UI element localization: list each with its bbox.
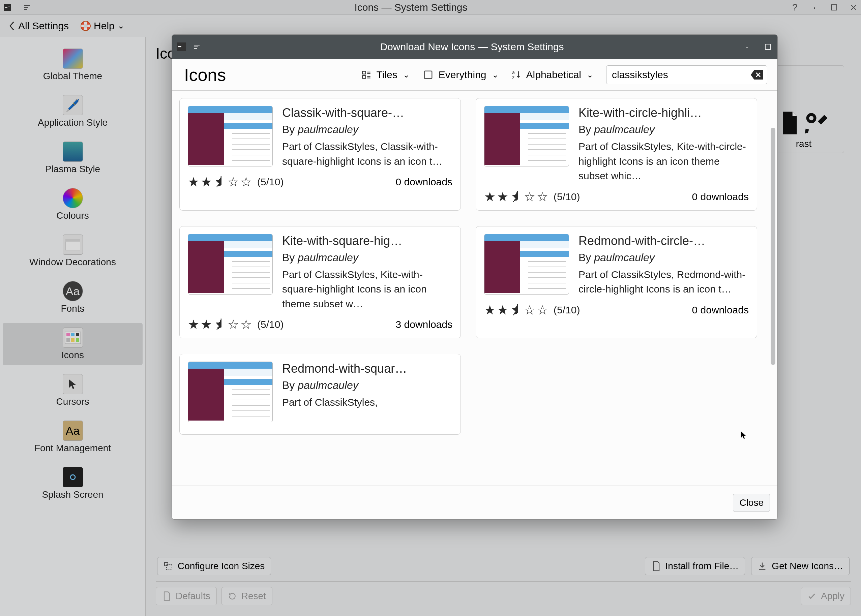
result-description: Part of ClassikStyles,	[282, 395, 452, 410]
star-icons: ★★⯨☆☆	[484, 189, 549, 204]
result-author: By paulmcauley	[282, 123, 452, 136]
result-downloads: 0 downloads	[692, 304, 749, 316]
result-author: By paulmcauley	[579, 251, 749, 264]
svg-rect-24	[765, 44, 771, 50]
sort-dropdown[interactable]: az Alphabetical ⌄	[512, 68, 594, 82]
close-label: Close	[739, 497, 763, 508]
dialog-minimize-icon[interactable]: ·	[742, 42, 752, 52]
result-title: Redmond-with-circle-…	[579, 234, 749, 248]
result-thumbnail	[188, 234, 273, 294]
result-downloads: 3 downloads	[396, 319, 452, 330]
result-downloads: 0 downloads	[396, 176, 452, 188]
rating-value: (5/10)	[554, 191, 580, 203]
dialog-toolbar: Icons Tiles ⌄ Everything ⌄ az Alphabetic…	[172, 59, 778, 91]
dialog-results-area: Classik-with-square-… By paulmcauley Par…	[172, 91, 778, 486]
result-card[interactable]: Classik-with-square-… By paulmcauley Par…	[179, 98, 461, 211]
result-title: Kite-with-circle-highli…	[579, 106, 749, 120]
svg-rect-25	[362, 71, 365, 74]
tiles-icon	[362, 70, 371, 80]
results-grid[interactable]: Classik-with-square-… By paulmcauley Par…	[179, 98, 765, 482]
result-thumbnail	[188, 106, 273, 167]
search-input[interactable]	[612, 69, 749, 80]
star-icons: ★★⯨☆☆	[484, 303, 549, 317]
result-rating: ★★⯨☆☆ (5/10)	[484, 303, 580, 317]
dialog-menu-icon[interactable]	[192, 42, 201, 52]
result-card[interactable]: Kite-with-square-hig… By paulmcauley Par…	[179, 226, 461, 339]
rating-value: (5/10)	[257, 319, 283, 330]
filter-dropdown[interactable]: Everything ⌄	[422, 68, 499, 82]
dialog-title: Download New Icons — System Settings	[201, 41, 742, 53]
result-card[interactable]: Redmond-with-squar… By paulmcauley Part …	[179, 354, 461, 435]
result-author: By paulmcauley	[282, 379, 452, 391]
result-card[interactable]: Redmond-with-circle-… By paulmcauley Par…	[476, 226, 757, 339]
dialog-heading: Icons	[182, 65, 226, 85]
svg-rect-27	[425, 71, 432, 79]
clear-search-icon[interactable]	[749, 68, 765, 82]
result-description: Part of ClassikStyles, Classik-with-squa…	[282, 139, 452, 168]
result-thumbnail	[484, 106, 569, 167]
rating-value: (5/10)	[257, 176, 283, 188]
result-rating: ★★⯨☆☆ (5/10)	[188, 174, 283, 189]
filter-label: Everything	[439, 69, 486, 80]
results-scrollbar[interactable]	[771, 128, 775, 432]
result-card[interactable]: Kite-with-circle-highli… By paulmcauley …	[476, 98, 757, 211]
chevron-down-icon: ⌄	[492, 70, 499, 80]
result-author: By paulmcauley	[579, 123, 749, 136]
chevron-down-icon: ⌄	[587, 70, 593, 80]
svg-text:z: z	[512, 74, 515, 80]
result-description: Part of ClassikStyles, Kite-with-square-…	[282, 267, 452, 311]
dialog-maximize-icon[interactable]	[763, 42, 773, 52]
result-title: Kite-with-square-hig…	[282, 234, 452, 248]
result-author: By paulmcauley	[282, 251, 452, 264]
star-icons: ★★⯨☆☆	[188, 174, 253, 189]
download-new-icons-dialog: Download New Icons — System Settings · I…	[172, 35, 778, 520]
chevron-down-icon: ⌄	[403, 70, 409, 80]
result-rating: ★★⯨☆☆ (5/10)	[188, 317, 283, 332]
result-thumbnail	[484, 234, 569, 294]
close-button[interactable]: Close	[733, 494, 770, 512]
result-description: Part of ClassikStyles, Redmond-with-circ…	[579, 267, 749, 297]
rating-value: (5/10)	[554, 304, 580, 316]
result-title: Redmond-with-squar…	[282, 361, 452, 376]
star-icons: ★★⯨☆☆	[188, 317, 253, 332]
dialog-app-icon	[177, 42, 186, 52]
sort-alpha-icon: az	[512, 70, 521, 80]
result-thumbnail	[188, 361, 273, 422]
view-mode-label: Tiles	[376, 69, 397, 80]
svg-rect-26	[362, 75, 365, 78]
result-downloads: 0 downloads	[692, 191, 749, 203]
checkbox-empty-icon	[423, 70, 433, 80]
result-description: Part of ClassikStyles, Kite-with-circle-…	[579, 139, 749, 183]
dialog-footer: Close	[172, 486, 778, 519]
sort-label: Alphabetical	[526, 69, 581, 80]
view-mode-dropdown[interactable]: Tiles ⌄	[361, 68, 410, 82]
svg-text:a: a	[512, 70, 515, 75]
dialog-titlebar[interactable]: Download New Icons — System Settings ·	[172, 35, 778, 59]
result-rating: ★★⯨☆☆ (5/10)	[484, 189, 580, 204]
scrollbar-thumb[interactable]	[771, 128, 775, 365]
result-title: Classik-with-square-…	[282, 106, 452, 120]
svg-rect-23	[178, 46, 181, 47]
search-field[interactable]	[606, 65, 767, 84]
